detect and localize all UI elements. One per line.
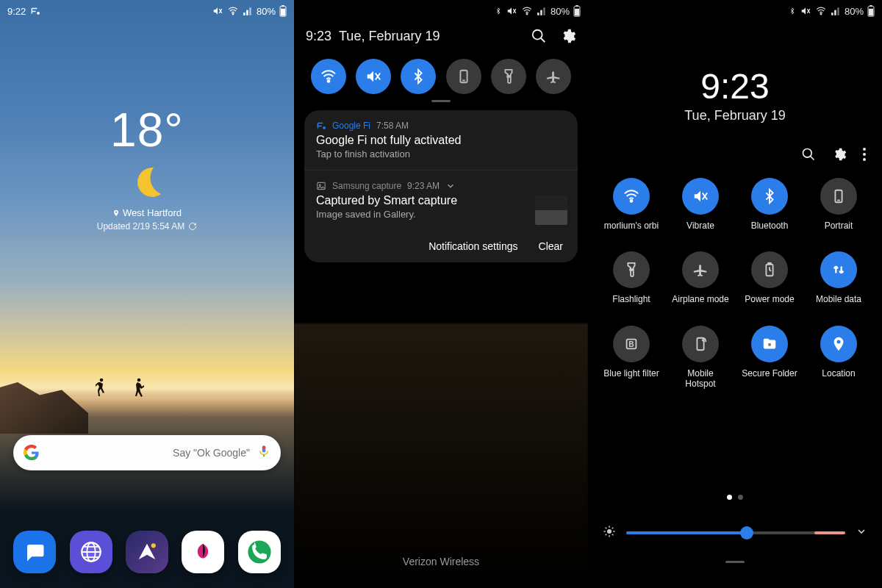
portrait-icon [820, 178, 857, 215]
shade-time: 9:23 [306, 29, 331, 44]
notif-thumbnail [535, 196, 567, 225]
app-internet[interactable] [70, 531, 112, 573]
google-search-bar[interactable]: Say "Ok Google" [13, 435, 281, 470]
toggle-flashlight[interactable] [491, 59, 526, 94]
clear-button[interactable]: Clear [539, 240, 563, 252]
search-icon[interactable] [801, 147, 816, 162]
svg-point-28 [803, 149, 812, 158]
qs-tile-airplane[interactable]: Airplane mode [667, 251, 734, 304]
svg-point-18 [533, 30, 542, 40]
svg-point-0 [100, 379, 104, 382]
qs-tile-flashlight[interactable]: Flashlight [598, 251, 664, 304]
bluetooth-icon [751, 178, 788, 215]
app-gallery[interactable] [182, 531, 224, 573]
qs-tile-mobiledata[interactable]: Mobile data [806, 251, 872, 304]
app-send[interactable] [126, 531, 168, 573]
toggle-bluetooth[interactable] [401, 59, 436, 94]
weather-widget[interactable]: 18° West Hartford Updated 2/19 5:54 AM [0, 103, 294, 232]
qs-tile-vibrate[interactable]: Vibrate [667, 178, 734, 231]
battery-icon [279, 5, 287, 17]
qs-tile-label: Mobile data [816, 294, 861, 304]
svg-rect-16 [576, 5, 578, 7]
svg-point-12 [151, 543, 156, 548]
mobiledata-icon [820, 251, 857, 288]
svg-point-24 [820, 13, 822, 15]
quick-settings-expanded: 80% 9:23 Tue, February 19 morlium's orbi… [588, 0, 882, 588]
notification-settings-button[interactable]: Notification settings [429, 240, 517, 252]
qs-tile-hotspot[interactable]: Mobile Hotspot [667, 326, 734, 390]
battery-icon [867, 5, 875, 17]
gear-icon[interactable] [832, 147, 847, 162]
qs-tile-power[interactable]: Power mode [736, 251, 803, 304]
chevron-down-icon[interactable] [856, 526, 867, 540]
mute-icon [506, 6, 517, 16]
hotspot-icon [682, 326, 719, 362]
svg-rect-26 [870, 5, 872, 7]
status-bar: 80% [294, 0, 588, 22]
shade-header: 9:23 Tue, February 19 [294, 28, 588, 44]
toggle-wifi[interactable] [311, 59, 346, 94]
notif-body: Image saved in Gallery. [316, 209, 526, 220]
notif-app-icon [316, 121, 326, 131]
qs-tile-label: Vibrate [686, 220, 714, 231]
svg-point-29 [631, 200, 633, 202]
qs-tile-portrait[interactable]: Portrait [806, 178, 872, 231]
qs-handle[interactable] [725, 561, 745, 563]
wifi-icon [227, 6, 239, 16]
battery-percent: 80% [845, 6, 864, 17]
qs-header-icons [801, 147, 866, 162]
wifi-icon [613, 178, 650, 215]
brightness-row [603, 525, 867, 541]
svg-rect-6 [281, 9, 285, 16]
toggle-vibrate[interactable] [356, 59, 391, 94]
clock-widget: 9:23 Tue, February 19 [588, 66, 882, 123]
notif-app-name: Google Fi [332, 121, 370, 131]
battery-percent: 80% [257, 6, 276, 17]
signal-icon [831, 6, 841, 16]
power-icon [751, 251, 788, 288]
chevron-down-icon[interactable] [445, 181, 456, 191]
gear-icon[interactable] [560, 28, 576, 44]
toggle-portrait[interactable] [446, 59, 481, 94]
location-icon [820, 326, 857, 362]
qs-tile-wifi[interactable]: morlium's orbi [598, 178, 664, 231]
battery-percent: 80% [551, 6, 570, 17]
shade-handle[interactable] [431, 100, 451, 102]
notification-shade: 80% 9:23 Tue, February 19 Google Fi7:58 … [294, 0, 588, 588]
page-indicator[interactable] [588, 495, 882, 500]
mic-icon[interactable] [257, 445, 270, 461]
bluetooth-icon [789, 6, 796, 16]
bluelight-icon: B [613, 326, 650, 362]
clock-date: Tue, February 19 [588, 108, 882, 123]
svg-point-37 [607, 529, 612, 534]
brightness-slider[interactable] [626, 531, 845, 534]
qs-tile-label: Portrait [825, 220, 853, 231]
qs-tile-label: Bluetooth [751, 220, 789, 231]
notif-app-icon [316, 181, 326, 191]
status-time: 9:22 [7, 6, 26, 17]
google-logo-icon [24, 445, 40, 461]
toggle-airplane[interactable] [536, 59, 571, 94]
svg-point-2 [37, 12, 39, 14]
qs-tile-securefolder[interactable]: Secure Folder [736, 326, 803, 390]
qs-tile-bluelight[interactable]: BBlue light filter [598, 326, 664, 390]
refresh-icon[interactable] [188, 222, 197, 231]
notification[interactable]: Google Fi7:58 AMGoogle Fi not fully acti… [304, 110, 578, 171]
notif-body: Tap to finish activation [316, 148, 566, 159]
qs-tile-label: Location [822, 368, 855, 379]
search-icon[interactable] [531, 28, 547, 44]
qs-tile-location[interactable]: Location [806, 326, 872, 390]
flashlight-icon [613, 251, 650, 288]
qs-tile-label: Mobile Hotspot [672, 368, 729, 390]
app-phone[interactable] [238, 531, 281, 573]
status-bar: 80% [588, 0, 882, 22]
qs-tile-bluetooth[interactable]: Bluetooth [736, 178, 803, 231]
app-messages[interactable] [13, 531, 56, 573]
securefolder-icon [751, 326, 788, 362]
qs-tile-label: Airplane mode [672, 294, 728, 304]
updated-text: Updated 2/19 5:54 AM [97, 221, 184, 232]
more-icon[interactable] [863, 148, 866, 161]
svg-point-3 [232, 13, 234, 15]
notification[interactable]: Samsung capture9:23 AMCaptured by Smart … [304, 171, 578, 230]
carrier-label: Verizon Wireless [294, 556, 588, 567]
